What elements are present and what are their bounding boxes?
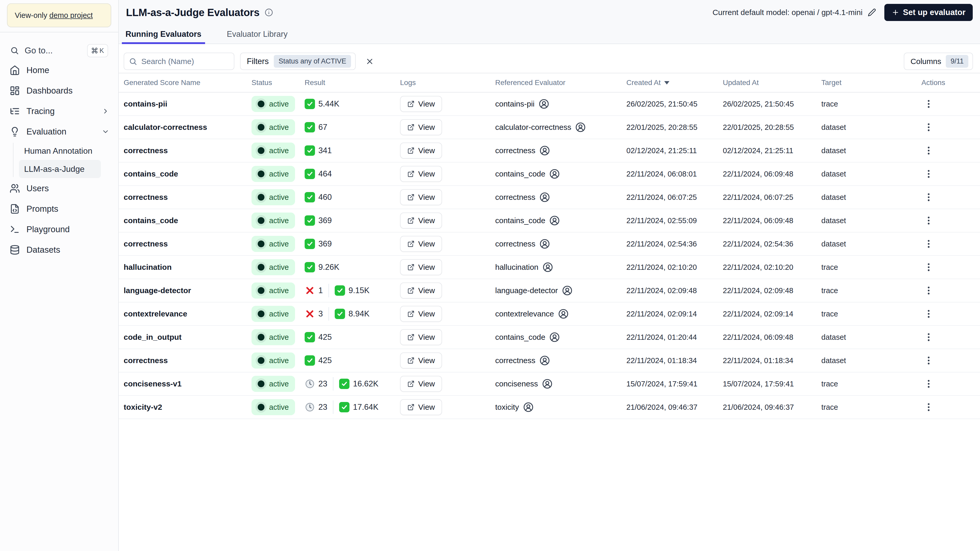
view-logs-button[interactable]: View <box>400 376 442 392</box>
view-logs-button[interactable]: View <box>400 329 442 345</box>
external-link-icon <box>407 403 415 411</box>
view-logs-button[interactable]: View <box>400 259 442 275</box>
pending-clock-icon <box>305 379 315 389</box>
sidebar-item-prompts[interactable]: Prompts <box>0 198 118 219</box>
sidebar-item-tracing[interactable]: Tracing <box>0 101 118 121</box>
sidebar-item-home[interactable]: Home <box>0 60 118 80</box>
row-actions-button[interactable] <box>921 353 936 368</box>
result-segment-check: 67 <box>305 122 327 132</box>
column-header-result[interactable]: Result <box>305 79 400 87</box>
clear-filters-button[interactable] <box>363 55 376 68</box>
external-link-icon <box>407 100 415 108</box>
sidebar-item-label: Users <box>27 184 49 193</box>
status-cell: active <box>251 236 305 252</box>
referenced-evaluator-cell: calculator-correctness <box>495 122 626 132</box>
column-header-target[interactable]: Target <box>821 79 921 87</box>
actions-cell <box>921 260 976 275</box>
column-header-label: Status <box>251 79 272 87</box>
status-cell: active <box>251 306 305 322</box>
kebab-menu-icon <box>923 192 934 202</box>
pass-check-icon <box>339 379 350 389</box>
result-count: 1 <box>318 286 323 295</box>
view-logs-button[interactable]: View <box>400 306 442 322</box>
column-header-created-at[interactable]: Created At <box>626 79 723 87</box>
result-count: 425 <box>318 332 332 342</box>
user-circle-icon <box>542 379 552 389</box>
score-name: hallucination <box>124 263 251 272</box>
view-logs-button[interactable]: View <box>400 283 442 299</box>
sidebar-item-datasets[interactable]: Datasets <box>0 240 118 260</box>
set-up-evaluator-button[interactable]: Set up evaluator <box>885 4 973 21</box>
sidebar-item-playground[interactable]: Playground <box>0 219 118 240</box>
sidebar-item-llm-as-a-judge[interactable]: LLM-as-a-Judge <box>19 160 101 178</box>
status-cell: active <box>251 283 305 299</box>
view-logs-button[interactable]: View <box>400 213 442 229</box>
row-actions-button[interactable] <box>921 260 936 275</box>
column-header-status[interactable]: Status <box>251 79 305 87</box>
created-at: 22/11/2024, 01:20:44 <box>626 333 723 341</box>
row-actions-button[interactable] <box>921 376 936 391</box>
external-link-icon <box>407 240 415 248</box>
result-cell: 5.44K <box>305 99 400 109</box>
row-actions-button[interactable] <box>921 330 936 345</box>
row-actions-button[interactable] <box>921 283 936 298</box>
sidebar-item-human-annotation[interactable]: Human Annotation <box>19 142 101 160</box>
filters-button[interactable]: Filters Status any of ACTIVE <box>240 52 356 70</box>
sidebar-item-users[interactable]: Users <box>0 178 118 198</box>
status-dot-icon <box>258 100 264 107</box>
search-input[interactable] <box>141 57 229 66</box>
status-dot-icon <box>258 147 264 154</box>
column-header-referenced-evaluator[interactable]: Referenced Evaluator <box>495 79 626 87</box>
referenced-evaluator-cell: conciseness <box>495 379 626 389</box>
status-badge: active <box>251 143 295 159</box>
result-segment-check: 369 <box>305 239 332 249</box>
row-actions-button[interactable] <box>921 97 936 111</box>
view-logs-button[interactable]: View <box>400 353 442 368</box>
actions-cell <box>921 143 976 158</box>
referenced-evaluator-cell: contains-pii <box>495 99 626 109</box>
goto-label: Go to... <box>25 46 52 56</box>
sidebar-item-label: Home <box>27 65 49 75</box>
column-header-actions[interactable]: Actions <box>921 79 976 87</box>
edit-model-button[interactable] <box>866 7 878 18</box>
tab-evaluator-library[interactable]: Evaluator Library <box>223 25 291 44</box>
view-logs-button[interactable]: View <box>400 143 442 159</box>
result-count: 16.62K <box>353 379 378 389</box>
view-logs-button[interactable]: View <box>400 96 442 112</box>
table-body: contains-pii active 5.44K View contains-… <box>119 92 980 419</box>
view-logs-button[interactable]: View <box>400 399 442 415</box>
kebab-menu-icon <box>923 355 934 366</box>
user-circle-icon <box>542 262 553 272</box>
result-count: 23 <box>318 402 327 412</box>
result-cell: 2316.62K <box>305 377 400 391</box>
demo-project-link[interactable]: demo project <box>49 11 93 20</box>
status-badge-label: active <box>269 356 289 365</box>
view-logs-button[interactable]: View <box>400 119 442 135</box>
row-actions-button[interactable] <box>921 306 936 321</box>
column-header-updated-at[interactable]: Updated At <box>723 79 821 87</box>
view-logs-button[interactable]: View <box>400 236 442 252</box>
row-actions-button[interactable] <box>921 190 936 205</box>
row-actions-button[interactable] <box>921 213 936 228</box>
sidebar-item-evaluation[interactable]: Evaluation <box>0 121 118 142</box>
row-actions-button[interactable] <box>921 237 936 251</box>
columns-button[interactable]: Columns 9/11 <box>904 52 973 70</box>
status-badge-label: active <box>269 123 289 132</box>
sidebar-item-dashboards[interactable]: Dashboards <box>0 80 118 101</box>
result-segment-clock: 23 <box>305 402 327 412</box>
column-header-logs[interactable]: Logs <box>400 79 495 87</box>
tab-running-evaluators[interactable]: Running Evaluators <box>122 25 205 44</box>
column-header-generated-score-name[interactable]: Generated Score Name <box>124 79 251 87</box>
row-actions-button[interactable] <box>921 143 936 158</box>
goto-command-palette[interactable]: Go to... K <box>7 41 111 60</box>
row-actions-button[interactable] <box>921 400 936 414</box>
info-icon[interactable] <box>265 8 273 17</box>
row-actions-button[interactable] <box>921 167 936 181</box>
logs-cell: View <box>400 96 495 112</box>
row-actions-button[interactable] <box>921 120 936 135</box>
kebab-menu-icon <box>923 215 934 226</box>
target: trace <box>821 403 921 411</box>
view-logs-button[interactable]: View <box>400 166 442 182</box>
created-at: 26/02/2025, 21:50:45 <box>626 100 723 108</box>
view-logs-button[interactable]: View <box>400 189 442 205</box>
